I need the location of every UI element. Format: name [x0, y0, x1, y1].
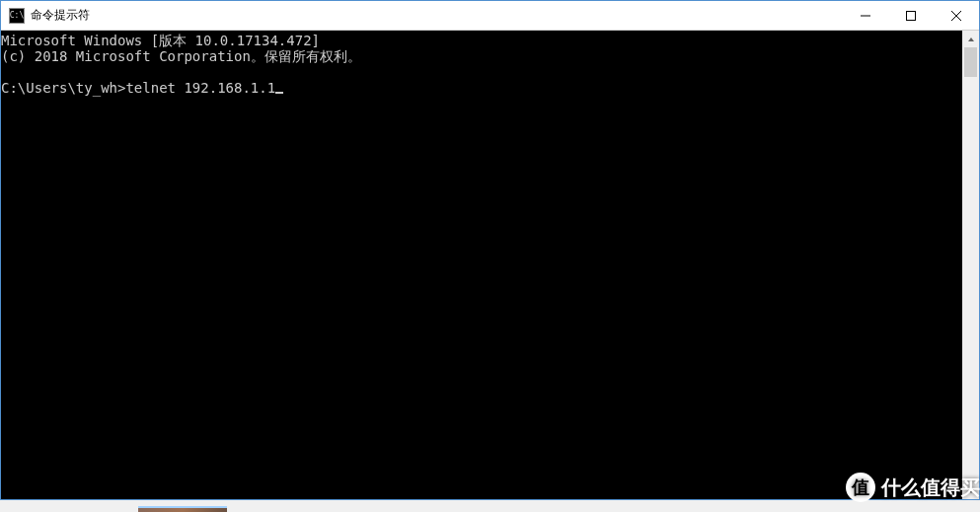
command-prompt-window: C:\ 命令提示符 Microsoft Windows [版本 10.0.171…: [0, 0, 980, 500]
watermark: 值 什么值得买: [846, 473, 980, 502]
window-title: 命令提示符: [31, 7, 843, 24]
command-input[interactable]: telnet 192.168.1.1: [125, 80, 275, 96]
terminal-area: Microsoft Windows [版本 10.0.17134.472] (c…: [1, 31, 979, 499]
titlebar[interactable]: C:\ 命令提示符: [1, 1, 979, 31]
scrollbar-track[interactable]: [962, 47, 979, 482]
scroll-up-button[interactable]: [962, 31, 979, 47]
svg-rect-1: [907, 11, 916, 20]
terminal-prompt-line: C:\Users\ty_wh>telnet 192.168.1.1: [1, 80, 283, 96]
terminal-output[interactable]: Microsoft Windows [版本 10.0.17134.472] (c…: [1, 31, 962, 499]
taskbar-fragment: [138, 506, 227, 512]
svg-marker-4: [968, 37, 974, 41]
watermark-badge-icon: 值: [846, 473, 875, 502]
maximize-button[interactable]: [888, 1, 934, 30]
close-button[interactable]: [934, 1, 979, 30]
prompt: C:\Users\ty_wh>: [1, 80, 125, 96]
window-controls: [843, 1, 979, 30]
cursor: [275, 92, 283, 94]
minimize-button[interactable]: [843, 1, 888, 30]
terminal-line: Microsoft Windows [版本 10.0.17134.472]: [1, 33, 320, 48]
cmd-icon: C:\: [9, 8, 25, 24]
watermark-text: 什么值得买: [881, 475, 980, 501]
scrollbar-thumb[interactable]: [964, 47, 977, 77]
terminal-line: (c) 2018 Microsoft Corporation。保留所有权利。: [1, 48, 361, 64]
vertical-scrollbar[interactable]: [962, 31, 979, 499]
